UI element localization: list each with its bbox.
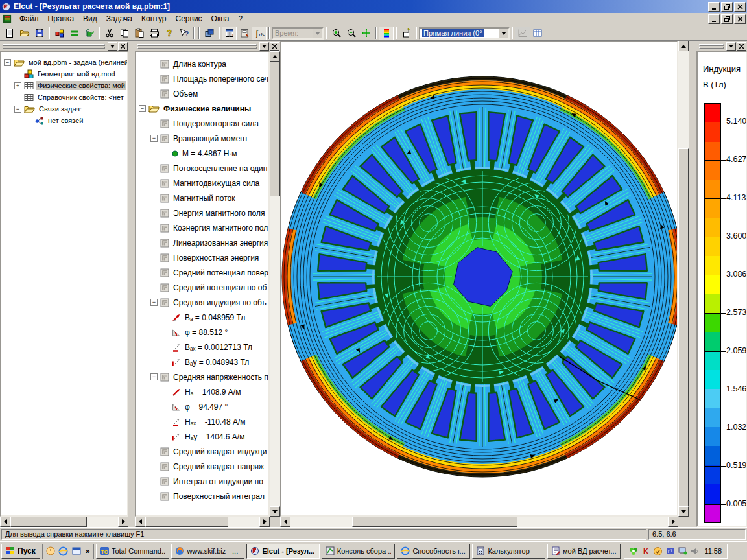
cut-icon[interactable] bbox=[102, 27, 117, 40]
tree-item[interactable]: Пондеромоторная сила bbox=[136, 116, 268, 131]
tree-item[interactable]: Поверхностный интеграл bbox=[136, 489, 268, 504]
panel-close-icon[interactable] bbox=[270, 42, 279, 51]
scroll-left-button[interactable] bbox=[280, 517, 290, 527]
panel-grip[interactable] bbox=[3, 43, 105, 49]
results-vscrollbar[interactable] bbox=[270, 51, 280, 517]
context-help-icon[interactable]: ? bbox=[176, 27, 191, 40]
tree-item[interactable]: Bₐₓ = 0.0012713 Тл bbox=[136, 340, 268, 355]
scroll-right-button[interactable] bbox=[259, 517, 270, 527]
task-elcut[interactable]: Elcut - [Резул... bbox=[246, 544, 320, 559]
mdi-close-button[interactable] bbox=[734, 14, 746, 24]
scroll-left-button[interactable] bbox=[0, 517, 10, 527]
minimize-button[interactable] bbox=[708, 2, 720, 12]
tree-item[interactable]: Потокосцепление на один bbox=[136, 161, 268, 176]
tree-item[interactable]: Интеграл от индукции по bbox=[136, 474, 268, 489]
task-firefox[interactable]: www.skif.biz - ... bbox=[171, 544, 244, 559]
close-button[interactable] bbox=[734, 2, 746, 12]
tree-item[interactable]: Средний потенциал повер bbox=[136, 265, 268, 280]
panel-close-icon[interactable] bbox=[737, 42, 746, 51]
collapse-toggle[interactable]: − bbox=[150, 135, 158, 142]
menu-5[interactable]: Сервис bbox=[171, 13, 207, 25]
tree-item[interactable]: φ = 94.497 ° bbox=[136, 399, 268, 414]
task-word-doc[interactable]: мой ВД расчет.... bbox=[547, 544, 621, 559]
scroll-left-button[interactable] bbox=[135, 517, 145, 527]
tree-item[interactable]: Средний квадрат напряж bbox=[136, 459, 268, 474]
combo-dropdown-arrow[interactable] bbox=[313, 29, 322, 38]
media-icon[interactable] bbox=[665, 546, 675, 556]
motor-field-plot[interactable] bbox=[281, 42, 678, 516]
panel-menu-button[interactable] bbox=[259, 42, 269, 51]
scroll-up-button[interactable] bbox=[678, 41, 689, 51]
panel-grip[interactable] bbox=[137, 43, 257, 49]
task-total-commander[interactable]: TCTotal Command... bbox=[96, 544, 169, 559]
scroll-thumb[interactable] bbox=[10, 517, 87, 527]
help-icon[interactable]: ? bbox=[161, 27, 176, 40]
tree-item[interactable]: Магнитный поток bbox=[136, 191, 268, 205]
scroll-right-button[interactable] bbox=[118, 517, 128, 527]
mdi-restore-button[interactable] bbox=[721, 14, 733, 24]
project-hscrollbar[interactable] bbox=[10, 517, 118, 527]
tree-item[interactable]: −Физические величины bbox=[136, 101, 268, 116]
panel-close-icon[interactable] bbox=[118, 42, 128, 51]
tree-item[interactable]: Hₐ = 1408.9 А/м bbox=[136, 384, 268, 399]
task-ie-page[interactable]: Способность г... bbox=[397, 544, 470, 559]
quick-launch-overflow[interactable]: » bbox=[84, 546, 91, 555]
scroll-thumb[interactable] bbox=[145, 517, 228, 527]
tree-item[interactable]: Средний квадрат индукци bbox=[136, 444, 268, 459]
copy-icon[interactable] bbox=[117, 27, 132, 40]
collapse-toggle[interactable]: − bbox=[150, 373, 158, 380]
legend-bucket-icon[interactable] bbox=[399, 27, 414, 40]
tree-item[interactable]: −Средняя индукция по объ bbox=[136, 295, 268, 310]
tree-item[interactable]: Поверхностная энергия bbox=[136, 250, 268, 265]
menu-6[interactable]: Окна bbox=[207, 13, 234, 25]
splitter[interactable] bbox=[128, 41, 135, 527]
solve-icon[interactable] bbox=[82, 27, 97, 40]
new-icon[interactable] bbox=[2, 27, 17, 40]
tree-item[interactable]: −Связи задач: bbox=[1, 103, 127, 115]
start-button[interactable]: Пуск bbox=[1, 544, 40, 559]
open-icon[interactable] bbox=[17, 27, 32, 40]
tree-item[interactable]: Справочник свойств: <нет bbox=[1, 91, 127, 103]
zoom-out-icon[interactable] bbox=[344, 27, 359, 40]
combo-dropdown-arrow[interactable] bbox=[499, 29, 508, 38]
tree-item[interactable]: Энергия магнитного поля bbox=[136, 205, 268, 220]
plot-vscrollbar[interactable] bbox=[678, 41, 689, 517]
menu-7[interactable]: ? bbox=[234, 13, 248, 25]
scroll-thumb[interactable] bbox=[352, 517, 517, 527]
cascade-windows-icon[interactable] bbox=[202, 27, 217, 40]
window-icon[interactable] bbox=[71, 546, 82, 556]
mdi-minimize-button[interactable] bbox=[708, 14, 720, 24]
quick-launch-icon-1[interactable] bbox=[45, 546, 56, 556]
expand-toggle[interactable]: + bbox=[14, 82, 21, 89]
tree-item[interactable]: Площадь поперечного сеч bbox=[136, 71, 268, 86]
tree-item[interactable]: +Физические свойства: мой bbox=[1, 80, 127, 91]
integral-icon[interactable]: ∫ds bbox=[252, 27, 267, 40]
tree-item[interactable]: Средний потенциал по об bbox=[136, 280, 268, 295]
collapse-toggle[interactable]: − bbox=[150, 299, 158, 306]
xy-chart-icon[interactable] bbox=[515, 27, 530, 40]
colormap-icon[interactable] bbox=[379, 27, 394, 40]
task-console[interactable]: Консоль сбора ... bbox=[322, 544, 395, 559]
tree-item[interactable]: −Вращающий момент bbox=[136, 131, 268, 146]
tree-item[interactable]: M = 4.4867 Н·м bbox=[136, 146, 268, 161]
tree-item[interactable]: Hₐₓ = -110.48 А/м bbox=[136, 414, 268, 429]
zoom-in-icon[interactable] bbox=[329, 27, 344, 40]
tree-item[interactable]: Геометрия: мой вд.mod bbox=[1, 68, 127, 80]
network-icon[interactable] bbox=[678, 546, 687, 556]
tree-item[interactable]: Линеаризованная энергия bbox=[136, 235, 268, 250]
equals-icon[interactable] bbox=[67, 27, 82, 40]
save-icon[interactable] bbox=[32, 27, 47, 40]
ie-icon[interactable] bbox=[58, 546, 69, 556]
scroll-down-button[interactable] bbox=[678, 506, 689, 517]
agent-icon[interactable] bbox=[653, 546, 663, 556]
tree-item[interactable]: φ = 88.512 ° bbox=[136, 325, 268, 340]
zoom-fit-icon[interactable] bbox=[359, 27, 374, 40]
results-hscrollbar[interactable] bbox=[145, 517, 259, 527]
menu-2[interactable]: Вид bbox=[78, 13, 102, 25]
tree-item[interactable]: Bₐ = 0.048959 Тл bbox=[136, 310, 268, 325]
scroll-up-button[interactable] bbox=[270, 51, 280, 62]
panel-grip[interactable] bbox=[699, 43, 724, 49]
paste-icon[interactable] bbox=[132, 27, 147, 40]
scroll-down-button[interactable] bbox=[270, 506, 280, 517]
tree-item[interactable]: −Средняя напряженность п bbox=[136, 369, 268, 384]
